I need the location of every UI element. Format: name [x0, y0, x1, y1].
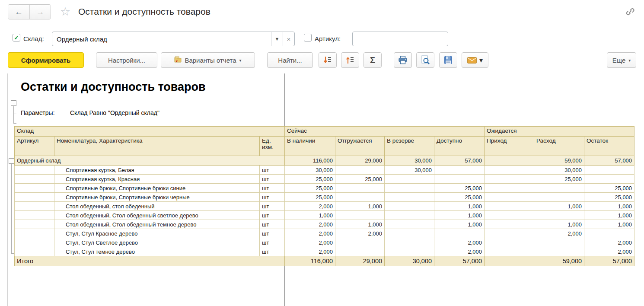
warehouse-group-row[interactable]: Ордерный склад 116,000 29,000 30,000 57,… — [15, 156, 634, 166]
cell-unit: шт — [260, 166, 285, 175]
send-mail-button[interactable]: ▾ — [462, 52, 488, 68]
warehouse-group-bracket — [11, 164, 12, 254]
total-available: 57,000 — [434, 256, 485, 266]
cell-value-0: 25,000 — [285, 184, 335, 193]
cell-value-5 — [534, 238, 584, 247]
table-row[interactable]: Спортивная куртка, Краснаяшт25,00025,000… — [15, 175, 634, 184]
table-row[interactable]: Стол обеденный, Стол обеденный темное де… — [15, 220, 634, 229]
warehouse-combo-clear-icon[interactable]: × — [283, 32, 294, 46]
article-filter-checkbox[interactable] — [304, 34, 312, 41]
table-row[interactable]: Стул, Стул темное деревошт2,0002,0002,00… — [15, 247, 634, 256]
parameters-collapse-toggle[interactable]: − — [11, 100, 16, 106]
table-row[interactable]: Стул, Стул Красное деревошт2,0002,0002,0… — [15, 229, 634, 238]
print-button[interactable] — [394, 52, 412, 68]
col-header-outgoing: Расход — [534, 137, 584, 156]
mail-envelope-icon — [467, 57, 477, 64]
cell-value-0: 2,000 — [285, 247, 335, 256]
cell-artikul — [15, 211, 54, 220]
total-shipping: 29,000 — [335, 256, 385, 266]
warehouse-combo-value[interactable]: Ордерный склад — [52, 32, 271, 46]
cell-value-4 — [485, 175, 534, 184]
warehouse-filter-checkbox[interactable]: ✓ — [13, 34, 20, 41]
cell-value-3 — [434, 229, 485, 238]
cell-value-4 — [485, 211, 534, 220]
cell-value-1 — [335, 238, 385, 247]
group-header-sklad: Склад — [15, 127, 285, 137]
favorite-star-icon[interactable]: ☆ — [60, 5, 70, 19]
report-area: Остатки и доступность товаров − Параметр… — [0, 73, 644, 306]
cell-value-4 — [485, 166, 534, 175]
save-button[interactable] — [439, 52, 457, 68]
cell-nomenclature: Стол обеденный, Стол обеденный темное де… — [54, 220, 260, 229]
cell-value-6: 1,000 — [584, 220, 634, 229]
cell-nomenclature: Стол обеденный, стол обеденный — [54, 202, 260, 211]
parameters-label: Параметры: — [21, 109, 55, 116]
cell-artikul — [15, 193, 54, 202]
cell-value-1 — [335, 193, 385, 202]
cell-nomenclature: Стул, Стул Красное дерево — [54, 229, 260, 238]
report-left-border — [7, 73, 8, 306]
history-nav: ← → — [8, 4, 51, 19]
table-group-header-row: Склад Сейчас Ожидается — [15, 127, 634, 137]
col-header-reserve: В резерве — [385, 137, 434, 156]
expand-groups-button[interactable] — [341, 52, 359, 68]
cell-artikul — [15, 220, 54, 229]
report-variants-button[interactable]: Варианты отчета ▾ — [161, 52, 255, 68]
warehouse-combo-dropdown-icon[interactable]: ▼ — [271, 32, 283, 46]
warehouse-group-collapse-toggle[interactable]: − — [9, 158, 14, 164]
get-link-icon[interactable] — [624, 6, 636, 18]
cell-value-2 — [385, 247, 434, 256]
group-outgoing: 59,000 — [534, 156, 584, 166]
table-row[interactable]: Спортивные брюки, Спортивные брюки синие… — [15, 184, 634, 193]
table-row[interactable]: Стул, Стул Светлое деревошт2,0002,0002,0… — [15, 238, 634, 247]
cell-value-6 — [584, 175, 634, 184]
cell-nomenclature: Стол обеденный, Стол обеденный светлое д… — [54, 211, 260, 220]
cell-value-0: 25,000 — [285, 193, 335, 202]
col-header-available: Доступно — [434, 137, 485, 156]
cell-value-1 — [335, 184, 385, 193]
cell-nomenclature: Спортивная куртка, Красная — [54, 175, 260, 184]
preview-button[interactable] — [416, 52, 434, 68]
total-incoming — [485, 256, 534, 266]
cell-unit: шт — [260, 229, 285, 238]
cell-value-6: 1,000 — [584, 211, 634, 220]
table-row[interactable]: Стол обеденный, стол обеденныйшт2,0001,0… — [15, 202, 634, 211]
more-button[interactable]: Еще ▾ — [607, 52, 636, 68]
cell-value-1: 25,000 — [335, 175, 385, 184]
back-button[interactable]: ← — [8, 5, 29, 19]
cell-value-5: 2,000 — [534, 229, 584, 238]
page-title: Остатки и доступность товаров — [78, 6, 210, 17]
table-row[interactable]: Спортивные брюки, Спортивные брюки черны… — [15, 193, 634, 202]
table-row[interactable]: Стол обеденный, Стол обеденный светлое д… — [15, 211, 634, 220]
cell-artikul — [15, 247, 54, 256]
find-button[interactable]: Найти... — [267, 52, 313, 68]
cell-value-1 — [335, 247, 385, 256]
col-header-onhand: В наличии — [285, 137, 335, 156]
cell-nomenclature: Стул, Стул Светлое дерево — [54, 238, 260, 247]
settings-button[interactable]: Настройки... — [96, 52, 157, 68]
collapse-groups-button[interactable] — [319, 52, 337, 68]
group-incoming — [485, 156, 534, 166]
forward-button[interactable]: → — [29, 5, 51, 19]
cell-value-4 — [485, 202, 534, 211]
article-input[interactable] — [352, 32, 448, 46]
generate-button[interactable]: Сформировать — [8, 52, 84, 68]
cell-unit: шт — [260, 211, 285, 220]
cell-value-4 — [485, 184, 534, 193]
cell-value-4 — [485, 238, 534, 247]
cell-value-5 — [534, 247, 584, 256]
group-reserve: 30,000 — [385, 156, 434, 166]
group-balance: 57,000 — [584, 156, 634, 166]
totals-button[interactable]: Σ — [363, 52, 382, 68]
cell-value-6: 2,000 — [584, 247, 634, 256]
warehouse-combo[interactable]: Ордерный склад ▼ × — [52, 32, 295, 46]
cell-value-3: 1,000 — [434, 211, 485, 220]
report-toolbar: Сформировать Настройки... Варианты отчет… — [0, 52, 644, 69]
cell-value-6 — [584, 229, 634, 238]
group-onhand: 116,000 — [285, 156, 335, 166]
cell-nomenclature: Спортивная куртка, Белая — [54, 166, 260, 175]
cell-unit: шт — [260, 202, 285, 211]
table-row[interactable]: Спортивная куртка, Белаяшт30,00030,00030… — [15, 166, 634, 175]
cell-value-6: 2,000 — [584, 238, 634, 247]
cell-value-0: 2,000 — [285, 229, 335, 238]
